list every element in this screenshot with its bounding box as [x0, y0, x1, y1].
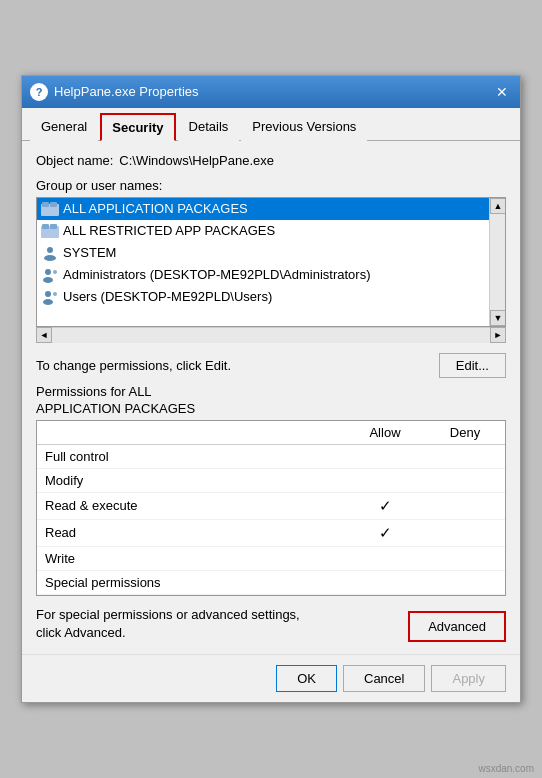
scroll-right-arrow[interactable]: ►	[490, 327, 506, 343]
list-item[interactable]: Administrators (DESKTOP-ME92PLD\Administ…	[37, 264, 489, 286]
table-row: Special permissions	[37, 571, 505, 595]
list-item[interactable]: Users (DESKTOP-ME92PLD\Users)	[37, 286, 489, 308]
permissions-table: Allow Deny Full control Modify Read & ex…	[36, 420, 506, 596]
advanced-section: For special permissions or advanced sett…	[36, 606, 506, 642]
tab-general[interactable]: General	[30, 113, 98, 141]
dialog-footer: OK Cancel Apply	[22, 654, 520, 702]
advanced-text: For special permissions or advanced sett…	[36, 606, 316, 642]
perm-deny-3	[425, 520, 505, 546]
perms-allow-header: Allow	[345, 421, 425, 444]
perms-name-header	[37, 421, 345, 444]
ok-button[interactable]: OK	[276, 665, 337, 692]
list-item[interactable]: SYSTEM	[37, 242, 489, 264]
tab-previous-versions[interactable]: Previous Versions	[241, 113, 367, 141]
cancel-button[interactable]: Cancel	[343, 665, 425, 692]
h-scrollbar-track[interactable]	[52, 328, 490, 343]
horizontal-scrollbar[interactable]: ◄ ►	[36, 327, 506, 343]
perm-name: Full control	[37, 445, 345, 468]
tab-security[interactable]: Security	[100, 113, 175, 141]
perm-deny-4	[425, 547, 505, 570]
close-button[interactable]: ✕	[492, 82, 512, 102]
watermark: wsxdan.com	[478, 763, 534, 774]
advanced-button[interactable]: Advanced	[408, 611, 506, 642]
svg-rect-1	[42, 202, 49, 207]
perm-name: Write	[37, 547, 345, 570]
scroll-left-arrow[interactable]: ◄	[36, 327, 52, 343]
apply-button[interactable]: Apply	[431, 665, 506, 692]
perm-name: Special permissions	[37, 571, 345, 594]
tabs-container: General Security Details Previous Versio…	[22, 108, 520, 141]
perm-allow-1	[345, 469, 425, 492]
vertical-scrollbar[interactable]: ▲ ▼	[489, 198, 505, 326]
scrollbar-track[interactable]	[490, 214, 505, 310]
users-icon	[41, 289, 59, 305]
svg-point-7	[44, 255, 56, 261]
svg-point-9	[43, 277, 53, 283]
perm-allow-2: ✓	[345, 493, 425, 519]
svg-point-6	[47, 247, 53, 253]
group-label: Group or user names:	[36, 178, 506, 193]
svg-rect-5	[50, 224, 57, 229]
perm-name: Read & execute	[37, 493, 345, 519]
svg-point-10	[53, 270, 57, 274]
edit-button[interactable]: Edit...	[439, 353, 506, 378]
titlebar: ? HelpPane.exe Properties ✕	[22, 76, 520, 108]
svg-rect-4	[42, 224, 49, 229]
table-row: Modify	[37, 469, 505, 493]
change-perms-row: To change permissions, click Edit. Edit.…	[36, 353, 506, 378]
table-row: Write	[37, 547, 505, 571]
svg-point-11	[45, 291, 51, 297]
tab-content: Object name: C:\Windows\HelpPane.exe Gro…	[22, 141, 520, 654]
table-row: Read ✓	[37, 520, 505, 547]
list-item[interactable]: ALL RESTRICTED APP PACKAGES	[37, 220, 489, 242]
table-row: Full control	[37, 445, 505, 469]
user-group-icon	[41, 223, 59, 239]
tab-details[interactable]: Details	[178, 113, 240, 141]
svg-point-8	[45, 269, 51, 275]
object-name-row: Object name: C:\Windows\HelpPane.exe	[36, 153, 506, 168]
perm-deny-2	[425, 493, 505, 519]
titlebar-title: HelpPane.exe Properties	[54, 84, 492, 99]
properties-dialog: ? HelpPane.exe Properties ✕ General Secu…	[21, 75, 521, 703]
perm-deny-5	[425, 571, 505, 594]
table-row: Read & execute ✓	[37, 493, 505, 520]
user-icon	[41, 245, 59, 261]
perms-table-header: Allow Deny	[37, 421, 505, 445]
scroll-down-arrow[interactable]: ▼	[490, 310, 506, 326]
perm-deny-1	[425, 469, 505, 492]
list-item[interactable]: ALL APPLICATION PACKAGES	[37, 198, 489, 220]
perm-name: Read	[37, 520, 345, 546]
object-name-value: C:\Windows\HelpPane.exe	[119, 153, 274, 168]
admin-icon	[41, 267, 59, 283]
permissions-label: Permissions for ALL APPLICATION PACKAGES	[36, 384, 506, 418]
perm-deny-0	[425, 445, 505, 468]
perm-name: Modify	[37, 469, 345, 492]
svg-rect-2	[50, 202, 57, 207]
scroll-up-arrow[interactable]: ▲	[490, 198, 506, 214]
svg-point-13	[53, 292, 57, 296]
user-group-icon	[41, 201, 59, 217]
change-perms-text: To change permissions, click Edit.	[36, 358, 231, 373]
perms-deny-header: Deny	[425, 421, 505, 444]
titlebar-icon: ?	[30, 83, 48, 101]
object-name-label: Object name:	[36, 153, 113, 168]
perm-allow-4	[345, 547, 425, 570]
users-listbox[interactable]: ALL APPLICATION PACKAGES ALL RESTRICTED …	[36, 197, 506, 327]
perm-allow-0	[345, 445, 425, 468]
perm-allow-3: ✓	[345, 520, 425, 546]
perm-allow-5	[345, 571, 425, 594]
svg-point-12	[43, 299, 53, 305]
